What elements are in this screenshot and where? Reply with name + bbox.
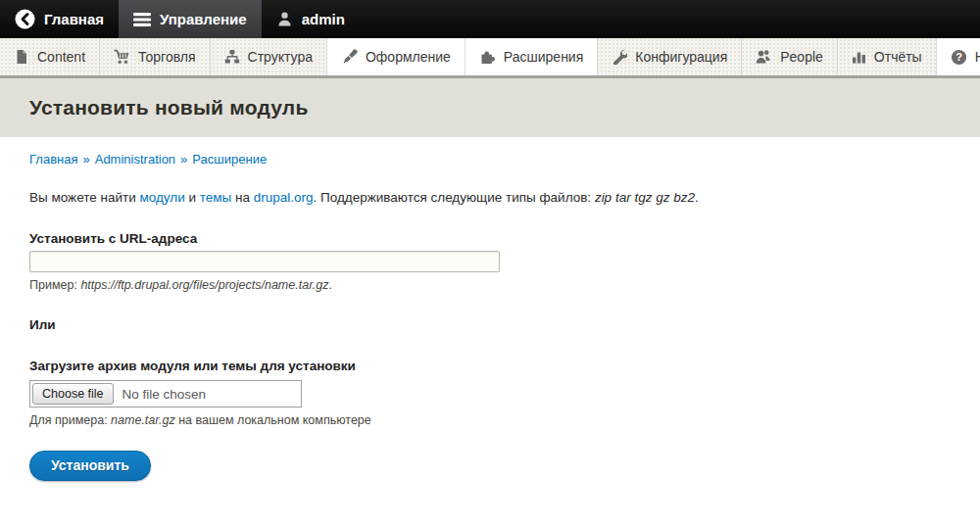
intro-and: и [185,190,200,205]
people-icon [756,49,772,65]
modules-link[interactable]: модули [139,190,184,205]
help-icon: ? [951,49,967,66]
file-help-suffix: на вашем локальном компьютере [175,413,371,427]
file-upload-widget[interactable]: Choose file No file chosen [29,380,302,408]
url-field-description: Пример: https://ftp.drupal.org/files/pro… [29,278,951,292]
file-help-example: name.tar.gz [111,413,175,427]
manage-tab[interactable]: Управление [119,0,262,38]
drupal-org-link[interactable]: drupal.org [254,190,314,205]
main-content: Главная»Administration»Расширение Вы мож… [0,137,980,481]
url-field-label: Установить с URL-адреса [29,231,951,246]
breadcrumb-link-extend[interactable]: Расширение [192,152,267,167]
structure-icon [224,49,240,65]
admin-bar: Главная Управление admin [0,0,980,38]
toolbar-item-help[interactable]: ? Help [937,38,980,75]
breadcrumb-separator: » [180,152,187,167]
breadcrumb-link-administration[interactable]: Administration [95,152,175,167]
toolbar-label: Расширения [504,49,583,65]
toolbar-label: People [780,49,823,65]
toolbar-label: Торговля [138,49,195,65]
toolbar-item-configuration[interactable]: Конфигурация [598,38,742,75]
intro-part1: Вы можете найти [29,190,139,205]
or-label: Или [29,317,951,332]
toolbar-item-appearance[interactable]: Оформление [327,38,466,75]
toolbar-item-people[interactable]: People [742,38,838,75]
url-input[interactable] [29,251,500,272]
back-to-site-label: Главная [44,11,104,27]
bar-chart-icon [852,49,866,65]
user-menu-label: admin [302,11,345,27]
toolbar-label: Структура [248,49,313,65]
toolbar-label: Отчёты [874,49,922,65]
title-band: Установить новый модуль [0,78,980,137]
url-help-suffix: . [329,278,332,292]
toolbar-label: Оформление [366,49,451,65]
user-icon [276,11,293,27]
back-to-site-button[interactable]: Главная [0,0,119,38]
user-menu[interactable]: admin [262,0,360,38]
install-button[interactable]: Установить [29,451,151,481]
paintbrush-icon [341,49,358,65]
file-types: zip tar tgz gz bz2 [595,190,695,205]
manage-tab-label: Управление [160,11,247,27]
intro-on: на [231,190,253,205]
breadcrumb-separator: » [82,152,89,167]
themes-link[interactable]: темы [200,190,232,205]
menu-icon [133,12,151,27]
back-icon [15,9,35,29]
toolbar-item-extend[interactable]: Расширения [466,38,598,75]
content-icon [14,49,29,65]
url-help-example: https://ftp.drupal.org/files/projects/na… [80,278,328,292]
breadcrumb-link-home[interactable]: Главная [29,152,77,167]
upload-field-label: Загрузите архив модуля или темы для уста… [29,359,951,373]
intro-text: Вы можете найти модули и темы на drupal.… [29,190,951,205]
toolbar-item-content[interactable]: Content [0,38,100,75]
file-help-prefix: Для примера: [29,413,111,427]
cart-icon [114,49,130,65]
wrench-icon [612,49,627,65]
page-title: Установить новый модуль [29,96,309,120]
svg-text:?: ? [956,51,962,63]
toolbar-item-commerce[interactable]: Торговля [100,38,210,75]
toolbar-item-structure[interactable]: Структура [211,38,327,75]
admin-toolbar: Content Торговля Структур [0,38,980,78]
toolbar-label: Content [37,49,85,65]
puzzle-icon [479,49,496,65]
toolbar-label: Конфигурация [635,49,727,65]
breadcrumb: Главная»Administration»Расширение [29,152,951,167]
toolbar-item-reports[interactable]: Отчёты [838,38,937,75]
toolbar-label: Help [975,49,980,65]
file-status-text: No file chosen [122,387,207,402]
choose-file-button[interactable]: Choose file [32,383,114,405]
intro-period: . [695,190,699,205]
upload-field-description: Для примера: name.tar.gz на вашем локаль… [29,413,951,427]
intro-part2: . Поддерживаются следующие типы файлов: [314,190,595,205]
url-help-prefix: Пример: [29,278,80,292]
